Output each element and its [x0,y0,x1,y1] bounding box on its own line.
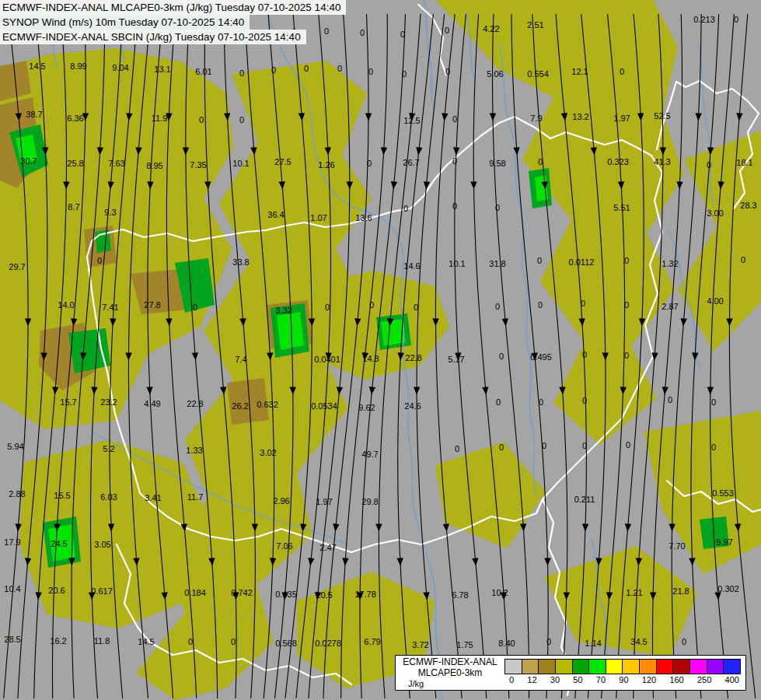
station-value-label: 12.1 [571,67,588,76]
legend-unit-label: J/kg [396,678,504,689]
station-value-label: 9.58 [489,159,505,168]
station-value-label: 0 [734,15,738,24]
station-value-label: 22.8 [405,353,421,362]
station-value-label: 0 [188,637,193,646]
legend-color-cell [724,660,740,674]
station-value-label: 13.6 [355,213,372,222]
station-value-label: 0 [682,637,686,646]
station-value-label: 2.87 [662,302,678,311]
station-value-label: 11.7 [187,492,204,502]
station-value-label: 0.0534 [311,401,337,411]
station-value-label: 0 [414,303,418,312]
station-value-label: 5.94 [7,442,23,451]
weather-map-page: 14.58.999.0413.16.0100000005.060.55412.1… [0,0,761,700]
station-value-label: 11.9 [152,114,168,123]
station-value-label: 13.1 [154,65,170,74]
station-value-label: 6.01 [195,67,211,76]
legend-color-bar [504,659,741,674]
station-value-label: 0.617 [91,586,113,596]
station-value-label: 33.8 [232,257,249,267]
station-value-label: 15.7 [60,397,76,407]
legend-color-cell [589,660,606,674]
station-value-label: 30.7 [20,156,37,166]
station-value-label: 0 [499,443,504,452]
station-value-label: 0 [97,256,102,265]
legend-tick: 90 [619,675,628,684]
legend-color-cell [690,660,707,674]
station-value-label: 0 [403,204,408,213]
station-value-label: 8.40 [498,639,515,648]
station-value-label: 7.35 [190,160,206,170]
station-value-label: 0 [707,160,711,170]
station-value-label: 17.9 [4,537,20,547]
station-value-label: 0.568 [275,639,297,648]
station-value-label: 1.75 [456,640,473,649]
station-value-label: 0 [582,350,587,359]
station-value-label: 0 [304,64,309,73]
legend-color-cell [623,660,640,674]
station-value-label: 0 [324,26,329,36]
station-value-label: 0 [193,303,197,312]
legend-titles: ECMWF-INDEX-ANAL MLCAPE0-3km J/kg [396,656,504,690]
station-value-label: 0.184 [184,588,206,597]
station-value-label: 52.5 [654,111,670,121]
station-value-label: 18.1 [736,158,752,167]
station-value-label: 29.8 [361,497,378,506]
station-value-label: 0.0401 [314,355,340,364]
station-value-label: 9.04 [112,63,128,72]
station-value-label: 0 [741,255,745,264]
station-value-label: 1.32 [662,259,678,268]
weather-map: 14.58.999.0413.16.0100000005.060.55412.1… [0,0,761,700]
legend-color-cell [539,660,556,674]
station-value-label: 0 [495,302,500,311]
station-value-label: 0.0112 [569,257,595,267]
station-value-label: 1.07 [310,213,326,222]
station-value-label: 2.47 [319,543,336,552]
station-value-label: 0 [452,156,457,166]
station-value-label: 3.72 [412,640,428,649]
station-value-label: 0 [668,395,672,404]
station-value-label: 31.8 [489,259,505,268]
station-value-label: 6.78 [452,590,468,600]
station-value-label: 0 [455,444,459,453]
station-value-label: 4.00 [707,296,723,306]
legend-color-cell [556,660,573,674]
station-value-label: 0 [620,67,624,76]
station-value-label: 14.6 [403,261,420,271]
station-value-label: 5.06 [487,69,503,79]
station-value-label: 21.8 [672,586,689,596]
station-value-label: 0 [239,115,244,124]
station-value-label: 0 [360,28,365,37]
legend-title-line-1: ECMWF-INDEX-ANAL [396,656,504,667]
color-legend: ECMWF-INDEX-ANAL MLCAPE0-3km J/kg 012305… [395,655,746,691]
legend-tick: 70 [596,675,606,684]
station-value-label: 7.63 [108,159,124,168]
station-value-label: 26.7 [403,158,419,167]
station-value-label: 0 [624,351,629,360]
legend-tick: 120 [642,675,656,684]
station-value-label: 0 [581,299,585,308]
station-value-label: 8.7 [68,202,79,212]
station-value-label: 49.7 [361,450,378,459]
station-value-label: 6.03 [100,492,117,502]
station-value-label: 0 [199,115,204,124]
station-value-label: 41.3 [654,157,670,166]
station-value-label: 0 [582,396,587,405]
station-value-label: 2.96 [273,496,289,506]
station-value-label: 0.323 [607,157,629,166]
station-value-label: 0 [452,114,457,124]
station-value-label: 2.88 [9,489,25,499]
legend-color-cell [573,660,590,674]
station-value-label: 6.36 [67,114,83,123]
station-value-label: 0 [400,30,405,39]
station-value-label: 0.495 [530,352,552,362]
station-value-label: 1.21 [626,588,642,597]
station-value-label: 0.632 [257,400,278,409]
station-value-label: 10.1 [232,159,249,168]
legend-color-cell [606,660,623,674]
station-value-label: 4.22 [483,24,499,33]
station-value-label: 0 [538,157,543,166]
station-value-label: 0 [711,443,716,452]
station-value-label: 10.1 [449,259,465,268]
station-value-label: 15.5 [54,491,70,500]
